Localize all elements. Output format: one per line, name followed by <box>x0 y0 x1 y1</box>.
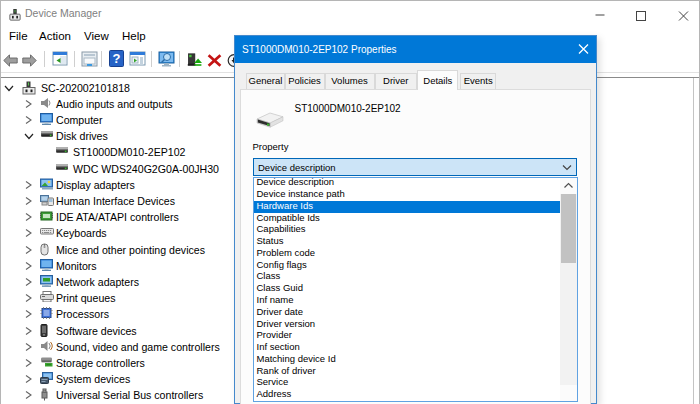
svg-text:?: ? <box>113 51 121 66</box>
